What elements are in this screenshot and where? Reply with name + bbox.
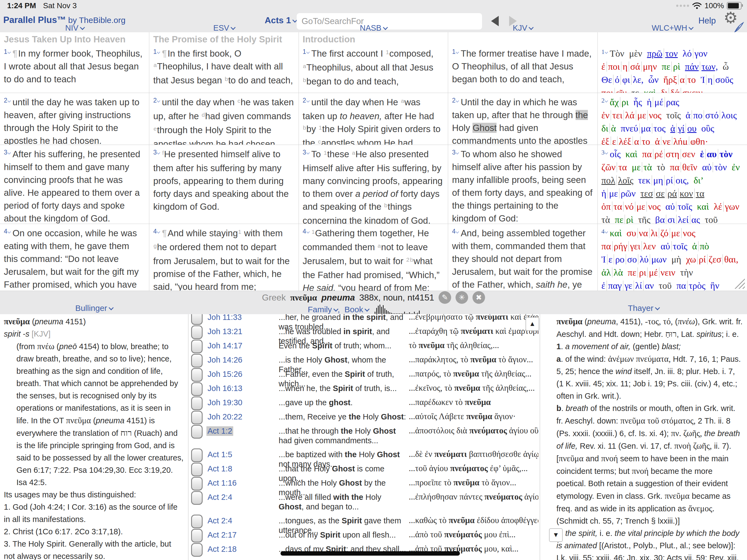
verse-number[interactable]: 4: [601, 228, 608, 235]
greek-word[interactable]: περιμένειν: [628, 266, 675, 279]
verse-number[interactable]: 1: [452, 48, 459, 55]
verse-number[interactable]: 1: [601, 48, 608, 55]
verse-number[interactable]: 3: [601, 149, 608, 156]
row-checkbox[interactable]: [191, 354, 203, 367]
verse-ref-link[interactable]: Joh 11:33: [206, 314, 243, 322]
row-checkbox[interactable]: [191, 477, 203, 490]
verse-ref-link[interactable]: Act 1:5: [206, 450, 233, 459]
verse-cell-kjv-2[interactable]: 2Until the day in which he was taken up,…: [448, 93, 597, 145]
verse-ref-link[interactable]: Joh 14:17: [206, 341, 243, 351]
greek-word[interactable]: Τὸν: [610, 47, 624, 60]
row-checkbox[interactable]: [191, 491, 203, 505]
version-selector-WLC+WH[interactable]: WLC+WH: [598, 24, 747, 32]
greek-word[interactable]: μετὰ: [632, 161, 652, 174]
word-settings-button[interactable]: ✳: [456, 291, 468, 304]
verse-number[interactable]: 3: [303, 149, 309, 156]
verse-cell-wlcwh-2[interactable]: 2ἄχρι ἧς ἡμέρας ἐντειλάμενος τοῖς ἀποστό…: [598, 93, 747, 145]
version-selector-KJV[interactable]: KJV: [448, 24, 597, 32]
greek-word[interactable]: τῆς: [638, 213, 650, 224]
concordance-row[interactable]: Joh 14:26...is the Holy Ghost, whom the …: [188, 353, 540, 367]
greek-word[interactable]: ἑαυτὸν: [700, 148, 732, 161]
verse-number[interactable]: 2: [4, 97, 10, 104]
greek-word[interactable]: μὲν: [629, 47, 642, 60]
verse-number[interactable]: 2: [452, 97, 459, 104]
greek-word[interactable]: Θεόφιλε,: [601, 73, 644, 86]
concordance-row[interactable]: Act 1:8...that the Holy Ghost is come up…: [188, 462, 540, 476]
greek-word[interactable]: τοῦ: [659, 279, 672, 291]
verse-cell-wlcwh-4[interactable]: 4καὶ συναλιζόμενος παρήγγειλεν αὐτοῖς ἀπ…: [598, 224, 747, 291]
scroll-up-button[interactable]: ▲: [525, 317, 539, 331]
greek-word[interactable]: καὶ: [610, 227, 622, 240]
verse-number[interactable]: 4: [153, 228, 160, 235]
verse-cell-niv-3[interactable]: 3After his suffering, he presented himse…: [0, 145, 149, 224]
verse-cell-esv-4[interactable]: 4¶And while staying1 with them ghe order…: [149, 224, 299, 291]
row-checkbox[interactable]: [191, 449, 203, 462]
greek-word[interactable]: ὦ: [723, 60, 729, 73]
greek-word[interactable]: λόγον: [682, 47, 707, 60]
verse-ref-link[interactable]: Act 1:2: [206, 426, 233, 436]
greek-word[interactable]: περὶ: [615, 213, 634, 224]
row-checkbox[interactable]: [191, 529, 203, 542]
concordance-row[interactable]: Act 2:4...were all filled with the Holy …: [188, 490, 540, 514]
row-checkbox[interactable]: [191, 339, 203, 353]
verse-ref-link[interactable]: Act 1:8: [206, 464, 233, 474]
concordance-row[interactable]: Act 1:5...be baptized with the Holy Ghos…: [188, 448, 540, 462]
greek-word[interactable]: βασιλείας: [655, 213, 700, 224]
row-checkbox[interactable]: [191, 543, 203, 557]
greek-word[interactable]: πατρὸς: [676, 279, 705, 291]
greek-word[interactable]: ἧς: [634, 96, 642, 109]
verse-cell-esv-3[interactable]: 3fHe presented himself alive to them aft…: [149, 145, 299, 224]
concordance-row[interactable]: Joh 16:13...when he, the Spirit of truth…: [188, 381, 540, 396]
greek-word[interactable]: Ἰεροσολύμων: [601, 253, 667, 266]
greek-word[interactable]: χωρίζεσθαι,: [686, 253, 738, 266]
verse-cell-niv-1[interactable]: Jesus Taken Up Into Heaven1¶In my former…: [0, 32, 149, 93]
verse-cell-esv-2[interactable]: 2until the day when che was taken up, af…: [149, 93, 299, 145]
row-checkbox[interactable]: [191, 515, 203, 528]
row-checkbox[interactable]: [191, 425, 203, 439]
greek-word[interactable]: ἐντειλάμενος: [601, 109, 662, 122]
row-checkbox[interactable]: [191, 368, 203, 382]
thayer-source-selector[interactable]: Thayer: [540, 304, 747, 314]
verse-number[interactable]: 4: [4, 228, 10, 235]
verse-cell-wlcwh-3[interactable]: 3οἷς καὶ παρέστησεν ἑαυτὸν ζῶντα μετὰ τὸ…: [598, 145, 747, 224]
greek-word[interactable]: τὸ: [657, 161, 665, 174]
greek-word[interactable]: ὀπτανόμενος: [601, 200, 661, 213]
verse-ref-link[interactable]: Joh 15:26: [206, 370, 243, 379]
verse-cell-wlcwh-1[interactable]: 1Τὸν μὲν πρῶτον λόγον ἐποιησάμην περὶ πά…: [598, 32, 747, 93]
greek-word[interactable]: διδάσκειν: [661, 86, 702, 93]
greek-word[interactable]: πάντων,: [685, 60, 718, 73]
verse-ref-link[interactable]: Act 1:16: [206, 478, 238, 488]
verse-cell-kjv-4[interactable]: 4And, being assembled together with them…: [448, 224, 597, 291]
greek-word[interactable]: ἐξελέξατο: [601, 135, 650, 145]
edit-word-button[interactable]: ✎: [439, 291, 451, 304]
greek-word[interactable]: τοῖς: [666, 109, 681, 122]
greek-word[interactable]: ἀνελήμφθη·: [655, 135, 708, 145]
concordance-row[interactable]: Joh 20:22...them, Receive ye the Holy Gh…: [188, 410, 540, 424]
verse-number[interactable]: 4: [452, 228, 459, 235]
frequency-histogram-icon[interactable]: [374, 304, 420, 314]
greek-word[interactable]: μὴ: [671, 253, 681, 266]
row-checkbox[interactable]: [191, 382, 203, 396]
greek-word[interactable]: δι’: [694, 174, 704, 187]
home-indicator[interactable]: [281, 551, 460, 556]
greek-word[interactable]: ἄχρι: [610, 96, 628, 109]
verse-number[interactable]: 2: [303, 97, 309, 104]
version-selector-NASB[interactable]: NASB: [299, 24, 448, 32]
verse-number[interactable]: 3: [153, 149, 160, 156]
greek-word[interactable]: συναλιζόμενος: [626, 227, 695, 240]
verse-cell-nasb-1[interactable]: Introduction1The first account I 1compos…: [299, 32, 448, 93]
greek-word[interactable]: ἤρξατο: [663, 73, 696, 86]
greek-word[interactable]: παρήγγειλεν: [601, 240, 656, 253]
verse-number[interactable]: 3: [4, 149, 10, 156]
verse-cell-kjv-1[interactable]: 1The former treatise have I made, O Theo…: [448, 32, 597, 93]
bullinger-source-selector[interactable]: Bullinger: [0, 304, 188, 314]
greek-word[interactable]: ἀποστόλοις: [686, 109, 737, 122]
greek-word[interactable]: αὐτοῖς: [661, 240, 687, 253]
verse-cell-esv-1[interactable]: The Promise of the Holy Spirit1¶In the f…: [149, 32, 299, 93]
greek-word[interactable]: ἀλλὰ: [601, 266, 623, 279]
greek-word[interactable]: αὐτοῖς: [665, 200, 692, 213]
greek-word[interactable]: καὶ: [697, 200, 709, 213]
verse-ref-link[interactable]: Joh 14:26: [206, 355, 243, 365]
greek-word[interactable]: οὓς: [701, 122, 714, 135]
greek-word[interactable]: πολλοῖς: [601, 174, 634, 187]
